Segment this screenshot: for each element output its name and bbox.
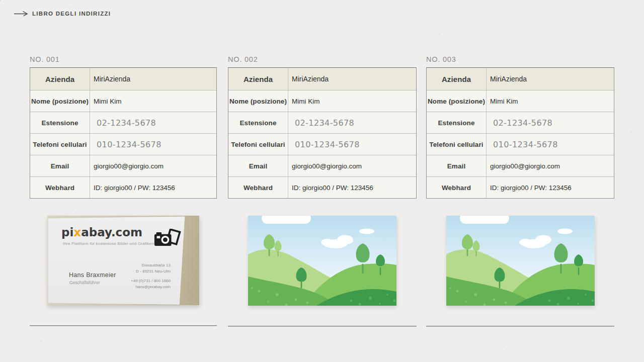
field-label-name: Nome (posizione) <box>228 90 288 112</box>
field-value-mobile: 010-1234-5678 <box>90 134 216 155</box>
contact-table: Azienda MiriAzienda Nome (posizione) Mim… <box>30 67 217 199</box>
table-row-mobile: Telefoni cellulari 010-1234-5678 <box>427 133 614 155</box>
field-label-company: Azienda <box>427 68 487 90</box>
table-row-name: Nome (posizione) Mimi Kim <box>30 90 216 112</box>
field-label-company: Azienda <box>228 68 288 90</box>
field-label-webhard: Webhard <box>228 177 288 198</box>
divider-line <box>426 326 614 327</box>
field-value-extension: 02-1234-5678 <box>288 112 416 133</box>
field-label-email: Email <box>427 155 487 176</box>
business-card-photo: pixabay.com Ihre Plattform für kostenlos… <box>47 216 199 305</box>
table-row-webhard: Webhard ID: giorgio00 / PW: 123456 <box>427 176 614 198</box>
divider-line <box>228 326 417 327</box>
arrow-right-icon <box>14 11 28 17</box>
address-line-1: Donaustraße 13 <box>131 262 171 268</box>
page-header: LIBRO DEGLI INDIRIZZI <box>14 11 111 17</box>
field-value-name: Mimi Kim <box>487 90 614 112</box>
field-value-mobile: 010-1234-5678 <box>288 134 416 155</box>
contact-table: Azienda MiriAzienda Nome (posizione) Mim… <box>228 67 417 199</box>
person-name: Hans Braxmeier <box>69 272 116 279</box>
field-value-mobile: 010-1234-5678 <box>487 134 614 155</box>
contact-table: Azienda MiriAzienda Nome (posizione) Mim… <box>426 67 614 199</box>
field-value-name: Mimi Kim <box>90 90 216 112</box>
card-number-label: NO. 003 <box>426 55 614 63</box>
logo-accent-letter: x <box>73 226 81 239</box>
table-row-mobile: Telefoni cellulari 010-1234-5678 <box>228 133 416 155</box>
page-title: LIBRO DEGLI INDIRIZZI <box>32 11 111 17</box>
field-label-email: Email <box>228 155 288 176</box>
field-label-name: Nome (posizione) <box>427 90 487 112</box>
field-value-extension: 02-1234-5678 <box>90 112 216 133</box>
field-label-mobile: Telefoni cellulari <box>228 134 288 155</box>
logo-text: pi <box>61 226 73 239</box>
landscape-image <box>446 216 595 306</box>
field-value-email: giorgio00@giorgio.com <box>487 155 614 176</box>
business-card-front: pixabay.com Ihre Plattform für kostenlos… <box>47 216 199 305</box>
email-line: hans@pixabay.com <box>131 284 171 290</box>
card-number-label: NO. 002 <box>228 55 417 63</box>
field-label-extension: Estensione <box>427 112 487 133</box>
logo-tagline: Ihre Plattform für kostenlose Bilder und… <box>63 241 154 246</box>
field-label-extension: Estensione <box>228 112 288 133</box>
table-row-extension: Estensione 02-1234-5678 <box>427 112 614 133</box>
table-row-company: Azienda MiriAzienda <box>30 68 216 90</box>
contact-card-1: NO. 001 Azienda MiriAzienda Nome (posizi… <box>30 55 217 326</box>
table-row-name: Nome (posizione) Mimi Kim <box>228 90 416 112</box>
business-card-contact-block: Donaustraße 13 D - 89231 Neu-Ulm +49 (0)… <box>131 262 171 290</box>
table-row-extension: Estensione 02-1234-5678 <box>228 112 416 133</box>
field-value-company: MiriAzienda <box>288 68 416 90</box>
field-label-name: Nome (posizione) <box>30 90 90 112</box>
table-row-email: Email giorgio00@giorgio.com <box>228 155 416 176</box>
table-row-company: Azienda MiriAzienda <box>228 68 416 90</box>
table-row-webhard: Webhard ID: giorgio00 / PW: 123456 <box>228 176 416 198</box>
card-number-label: NO. 001 <box>30 55 217 63</box>
field-value-extension: 02-1234-5678 <box>487 112 614 133</box>
field-label-email: Email <box>30 155 90 176</box>
table-row-webhard: Webhard ID: giorgio00 / PW: 123456 <box>30 176 216 198</box>
field-label-mobile: Telefoni cellulari <box>427 134 487 155</box>
landscape-illustration <box>248 216 396 306</box>
table-row-email: Email giorgio00@giorgio.com <box>30 155 216 176</box>
field-value-company: MiriAzienda <box>487 68 614 90</box>
field-label-extension: Estensione <box>30 112 90 133</box>
person-role: Geschäftsführer <box>69 280 100 285</box>
field-label-mobile: Telefoni cellulari <box>30 134 90 155</box>
field-value-name: Mimi Kim <box>288 90 416 112</box>
field-value-webhard: ID: giorgio00 / PW: 123456 <box>90 177 216 198</box>
landscape-image <box>248 216 396 306</box>
divider-line <box>30 325 217 326</box>
landscape-illustration <box>446 216 595 306</box>
pixabay-logo: pixabay.com <box>61 226 142 239</box>
field-value-webhard: ID: giorgio00 / PW: 123456 <box>288 177 416 198</box>
table-row-mobile: Telefoni cellulari 010-1234-5678 <box>30 133 216 155</box>
field-value-webhard: ID: giorgio00 / PW: 123456 <box>487 177 614 198</box>
address-line-2: D - 89231 Neu-Ulm <box>131 268 171 275</box>
field-value-company: MiriAzienda <box>90 68 216 90</box>
table-row-extension: Estensione 02-1234-5678 <box>30 112 216 133</box>
contact-card-3: NO. 003 Azienda MiriAzienda Nome (posizi… <box>426 55 614 327</box>
field-label-webhard: Webhard <box>427 177 487 198</box>
background-speckles <box>0 0 1 1</box>
field-value-email: giorgio00@giorgio.com <box>90 155 216 176</box>
table-row-company: Azienda MiriAzienda <box>427 68 614 90</box>
field-label-company: Azienda <box>30 68 90 90</box>
field-value-email: giorgio00@giorgio.com <box>288 155 416 176</box>
contact-card-2: NO. 002 Azienda MiriAzienda Nome (posizi… <box>228 55 417 327</box>
logo-text-suffix: abay.com <box>81 226 142 239</box>
table-row-email: Email giorgio00@giorgio.com <box>427 155 614 176</box>
field-label-webhard: Webhard <box>30 177 90 198</box>
camera-icon <box>154 229 182 249</box>
phone-line: +49 (0)731 / 800 1660 <box>131 278 171 284</box>
table-row-name: Nome (posizione) Mimi Kim <box>427 90 614 112</box>
